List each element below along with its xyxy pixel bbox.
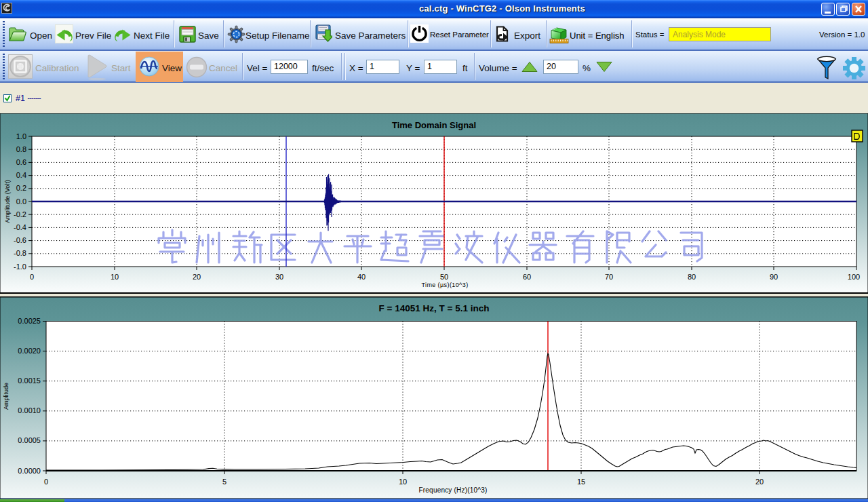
svg-text:0.0020: 0.0020 <box>18 347 41 355</box>
svg-text:70: 70 <box>605 273 613 281</box>
svg-text:40: 40 <box>357 273 366 281</box>
svg-text:Amplitude: Amplitude <box>3 383 9 410</box>
svg-text:15: 15 <box>577 478 585 486</box>
svg-text:F = 14051 Hz, T = 5.1 inch: F = 14051 Hz, T = 5.1 inch <box>379 303 490 313</box>
svg-text:0.0010: 0.0010 <box>18 406 41 414</box>
svg-text:0.0025: 0.0025 <box>18 317 41 325</box>
svg-text:-0.2: -0.2 <box>14 210 26 218</box>
svg-text:90: 90 <box>770 273 778 281</box>
svg-text:0.2: 0.2 <box>16 184 26 192</box>
svg-text:-1.0: -1.0 <box>14 263 26 271</box>
svg-text:0.8: 0.8 <box>16 145 26 153</box>
svg-text:20: 20 <box>193 273 201 281</box>
svg-text:Time Domain Signal: Time Domain Signal <box>392 120 476 130</box>
svg-text:-0.6: -0.6 <box>14 236 26 244</box>
svg-text:5: 5 <box>222 478 226 486</box>
svg-text:0: 0 <box>30 273 34 281</box>
svg-text:60: 60 <box>523 273 531 281</box>
svg-text:0: 0 <box>44 478 48 486</box>
svg-text:100: 100 <box>848 273 860 281</box>
svg-text:-0.4: -0.4 <box>14 223 26 231</box>
svg-text:-0.8: -0.8 <box>14 249 26 257</box>
svg-text:80: 80 <box>688 273 696 281</box>
svg-text:0.0005: 0.0005 <box>18 436 41 444</box>
svg-text:0.0015: 0.0015 <box>18 376 41 385</box>
svg-text:10: 10 <box>111 273 119 281</box>
svg-text:20: 20 <box>755 478 764 486</box>
svg-text:50: 50 <box>440 273 448 281</box>
svg-text:Time (µs)(10^3): Time (µs)(10^3) <box>421 282 468 288</box>
svg-text:0.0000: 0.0000 <box>18 467 41 475</box>
svg-text:Amplitude (Volt): Amplitude (Volt) <box>4 180 11 223</box>
svg-text:10: 10 <box>399 478 407 486</box>
svg-text:0.0: 0.0 <box>16 197 26 206</box>
svg-text:Frequency (Hz)(10^3): Frequency (Hz)(10^3) <box>419 486 488 494</box>
svg-text:0.4: 0.4 <box>16 171 26 179</box>
svg-text:0.6: 0.6 <box>16 158 26 166</box>
svg-text:1.0: 1.0 <box>16 132 26 140</box>
svg-text:30: 30 <box>275 273 283 281</box>
